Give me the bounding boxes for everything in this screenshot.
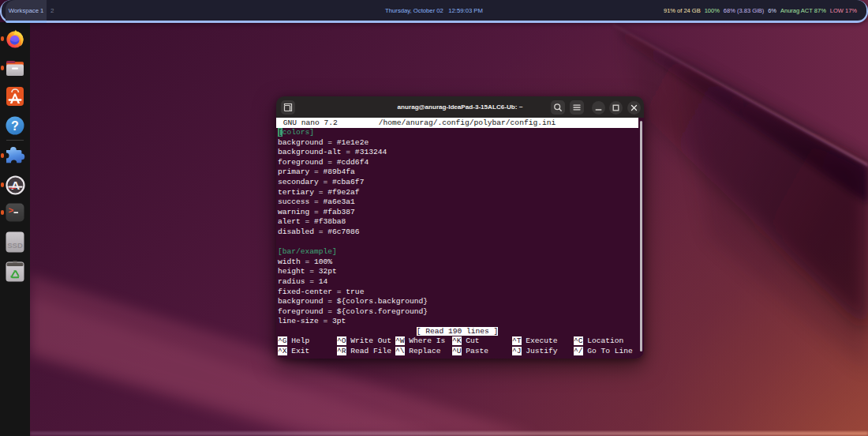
svg-text:>: > <box>9 206 14 216</box>
svg-text:?: ? <box>11 119 19 133</box>
svg-text:SSD: SSD <box>7 241 23 250</box>
svg-text:A: A <box>11 179 20 192</box>
